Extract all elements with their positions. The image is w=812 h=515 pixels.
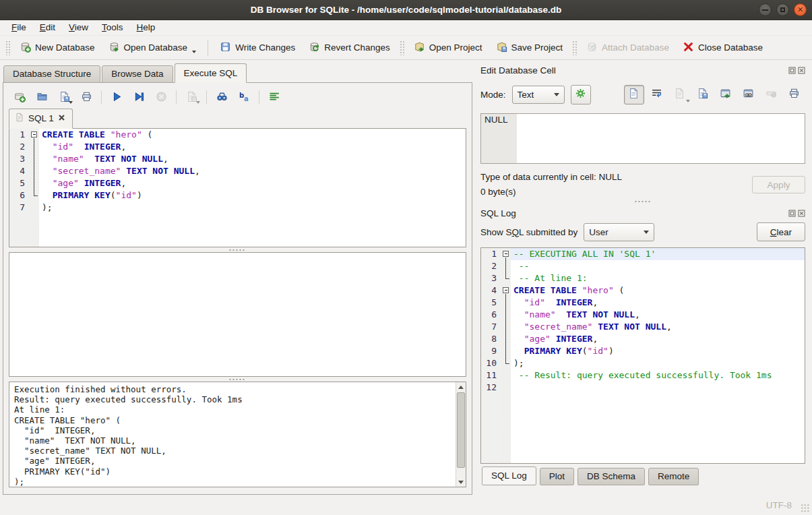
fold-marker[interactable] [501, 248, 511, 260]
line-number: 1 [481, 248, 501, 260]
open-project-label: Open Project [429, 42, 482, 53]
fold-marker [501, 260, 511, 272]
stop-icon[interactable] [153, 89, 169, 105]
dock-tab-remote[interactable]: Remote [648, 468, 699, 485]
results-grid-pane[interactable] [9, 252, 466, 377]
execution-message-pane[interactable]: Execution finished without errors. Resul… [9, 382, 466, 487]
toolbar-drag-handle[interactable] [572, 40, 577, 55]
menu-file[interactable]: File [5, 21, 33, 34]
title-bar[interactable]: DB Browser for SQLite - /home/user/code/… [0, 0, 812, 20]
encoding-indicator[interactable]: UTF-8 [766, 500, 792, 510]
menu-edit[interactable]: Edit [33, 21, 62, 34]
resize-grip[interactable] [801, 504, 810, 513]
maximize-button[interactable] [776, 3, 789, 16]
submitted-by-select[interactable]: User [584, 223, 654, 241]
tab-execute-sql[interactable]: Execute SQL [175, 63, 247, 83]
close-panel-button[interactable] [798, 67, 805, 74]
code-text: PRIMARY KEY("id") [39, 189, 466, 202]
fold-marker[interactable] [501, 284, 511, 297]
apply-button[interactable]: Apply [752, 176, 805, 193]
filter-label: Show SQL submitted by [480, 227, 577, 237]
toolbar-separator [259, 90, 259, 104]
word-wrap-button[interactable] [647, 85, 667, 104]
save-project-button[interactable]: Save Project [489, 38, 570, 58]
gear-icon [575, 88, 586, 101]
text-mode-button[interactable] [624, 85, 644, 104]
chevron-down-icon [69, 101, 73, 104]
revert-changes-button[interactable]: Revert Changes [302, 38, 397, 58]
copy-link-icon [743, 88, 754, 101]
vertical-scrollbar[interactable] [456, 382, 466, 487]
save-sql-file-icon[interactable] [56, 89, 72, 105]
export-button[interactable] [693, 85, 713, 104]
import-button[interactable] [670, 85, 690, 104]
revert-changes-icon [309, 41, 320, 55]
auto-switch-mode-button[interactable] [571, 85, 591, 104]
open-project-button[interactable]: Open Project [407, 38, 489, 58]
splitter-handle[interactable] [7, 247, 466, 252]
find-replace-icon[interactable]: ba [236, 89, 252, 105]
set-null-button[interactable] [761, 85, 782, 104]
line-number: 7 [9, 202, 30, 214]
splitter-handle[interactable] [480, 197, 805, 206]
tab-browse-data[interactable]: Browse Data [102, 65, 173, 83]
format-sql-icon[interactable] [266, 89, 282, 105]
sql-editor[interactable]: 1CREATE TABLE "hero" (2 "id" INTEGER,3 "… [9, 128, 466, 247]
clear-log-button[interactable]: Clear [757, 222, 805, 241]
open-sql-file-icon[interactable] [34, 89, 50, 105]
line-number: 9 [481, 345, 501, 357]
save-project-icon [496, 41, 507, 55]
sql-tab-close-icon[interactable] [58, 113, 65, 123]
code-line: 12 [481, 382, 805, 394]
copy-link-button[interactable] [739, 85, 759, 104]
window-controls: ✕ [759, 3, 807, 16]
line-number: 7 [481, 321, 501, 333]
new-database-button[interactable]: New Database [13, 38, 102, 58]
fold-marker[interactable] [30, 129, 39, 141]
mode-select[interactable]: Text [512, 86, 565, 104]
dock-tab-sql-log[interactable]: SQL Log [482, 466, 536, 485]
execute-all-icon[interactable] [108, 89, 125, 105]
write-changes-button[interactable]: Write Changes [213, 38, 302, 58]
open-external-button[interactable] [716, 85, 736, 104]
print-button[interactable] [784, 85, 805, 104]
dock-buttons [788, 67, 805, 74]
cell-editor[interactable]: NULL [480, 113, 805, 164]
close-database-button[interactable]: Close Database [676, 38, 770, 58]
minimize-button[interactable] [759, 3, 772, 16]
dock-tab-plot[interactable]: Plot [540, 468, 574, 485]
tab-database-structure[interactable]: Database Structure [3, 65, 100, 83]
toolbar-separator [206, 90, 207, 104]
close-database-label: Close Database [698, 42, 763, 53]
print-icon[interactable] [78, 89, 94, 105]
close-database-icon [683, 41, 694, 55]
menu-tools[interactable]: Tools [95, 21, 130, 34]
splitter-handle[interactable] [7, 377, 466, 382]
new-sql-tab-icon[interactable] [11, 89, 28, 105]
sql-tab[interactable]: SQL 1 [9, 109, 73, 129]
float-panel-button[interactable] [788, 210, 796, 217]
find-icon[interactable] [214, 89, 230, 105]
scrollbar-thumb[interactable] [457, 392, 465, 468]
dock-tab-db-schema[interactable]: DB Schema [577, 468, 645, 485]
close-panel-button[interactable] [798, 210, 805, 217]
import-icon [674, 88, 685, 101]
code-text: -- EXECUTING ALL IN 'SQL 1' [511, 248, 805, 260]
menu-help[interactable]: Help [130, 21, 162, 34]
float-panel-button[interactable] [788, 67, 796, 74]
code-line: 5 "id" INTEGER, [481, 297, 805, 309]
line-number: 5 [481, 297, 501, 309]
scroll-up-button[interactable] [456, 382, 466, 392]
arrow-down-icon[interactable] [458, 481, 464, 484]
menu-view[interactable]: View [62, 21, 95, 34]
sql-log-editor[interactable]: 1-- EXECUTING ALL IN 'SQL 1'2 --3 -- At … [480, 247, 805, 464]
line-number: 6 [9, 189, 30, 202]
open-database-button[interactable]: Open Database [102, 38, 204, 58]
execute-line-icon[interactable] [131, 89, 147, 105]
toolbar-drag-handle[interactable] [400, 40, 404, 55]
text-mode-icon [628, 88, 639, 101]
close-button[interactable]: ✕ [794, 3, 807, 16]
attach-database-button[interactable]: Attach Database [580, 38, 676, 58]
toolbar-drag-handle[interactable] [5, 40, 10, 55]
save-results-icon[interactable] [183, 89, 199, 105]
